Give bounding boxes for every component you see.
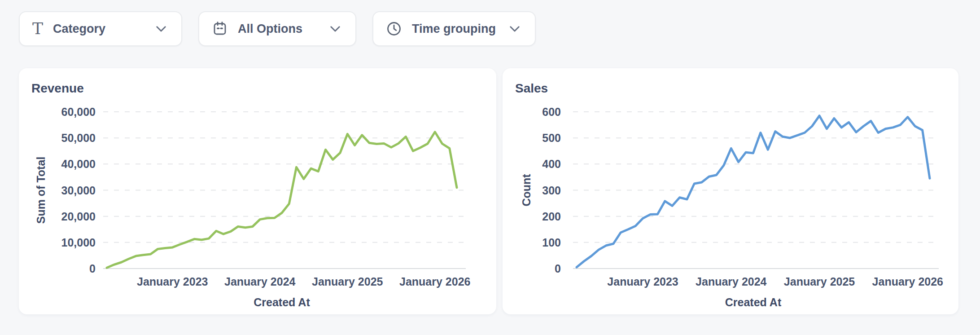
chevron-down-icon xyxy=(153,21,169,36)
svg-text:100: 100 xyxy=(542,236,561,248)
svg-text:Created At: Created At xyxy=(725,296,782,306)
svg-text:20,000: 20,000 xyxy=(61,210,96,222)
svg-text:January 2026: January 2026 xyxy=(872,275,943,288)
svg-text:January 2026: January 2026 xyxy=(399,275,470,288)
svg-text:Sum of Total: Sum of Total xyxy=(35,156,47,224)
svg-text:January 2025: January 2025 xyxy=(312,275,383,288)
time-grouping-filter-label: Time grouping xyxy=(412,22,496,36)
clock-icon xyxy=(386,21,402,37)
revenue-line-chart: 010,00020,00030,00040,00050,00060,000Sum… xyxy=(31,100,484,306)
svg-text:January 2024: January 2024 xyxy=(224,275,296,288)
options-filter-label: All Options xyxy=(238,22,302,36)
svg-text:600: 600 xyxy=(542,106,561,118)
sales-line-chart: 0100200300400500600CountJanuary 2023Janu… xyxy=(515,100,946,306)
svg-text:0: 0 xyxy=(89,262,96,275)
time-grouping-filter-dropdown[interactable]: Time grouping xyxy=(372,11,536,46)
svg-text:30,000: 30,000 xyxy=(61,184,96,196)
svg-text:0: 0 xyxy=(555,262,561,275)
svg-text:50,000: 50,000 xyxy=(61,132,96,144)
svg-text:Created At: Created At xyxy=(254,296,310,306)
category-filter-dropdown[interactable]: T Category xyxy=(19,11,182,46)
svg-text:January 2024: January 2024 xyxy=(696,275,767,288)
svg-text:400: 400 xyxy=(542,158,561,170)
charts-row: Revenue 010,00020,00030,00040,00050,0006… xyxy=(19,68,980,314)
svg-text:300: 300 xyxy=(542,184,561,196)
svg-text:January 2023: January 2023 xyxy=(137,275,208,288)
svg-text:January 2025: January 2025 xyxy=(784,275,855,288)
category-filter-label: Category xyxy=(53,22,105,36)
sales-chart-title: Sales xyxy=(515,81,946,96)
options-filter-dropdown[interactable]: All Options xyxy=(198,11,356,46)
sales-chart-card: Sales 0100200300400500600CountJanuary 20… xyxy=(503,68,958,314)
revenue-chart-title: Revenue xyxy=(31,81,484,96)
svg-text:January 2023: January 2023 xyxy=(607,275,678,288)
chevron-down-icon xyxy=(507,21,522,36)
svg-text:Count: Count xyxy=(520,173,533,206)
calendar-icon xyxy=(212,21,228,37)
revenue-chart-card: Revenue 010,00020,00030,00040,00050,0006… xyxy=(19,68,496,314)
svg-text:500: 500 xyxy=(542,132,561,144)
filter-bar: T Category All Options Time grouping xyxy=(19,11,980,46)
text-type-icon: T xyxy=(32,21,43,37)
svg-text:200: 200 xyxy=(542,210,561,222)
svg-text:10,000: 10,000 xyxy=(61,236,96,248)
chevron-down-icon xyxy=(328,21,343,36)
svg-text:60,000: 60,000 xyxy=(61,106,96,118)
svg-text:40,000: 40,000 xyxy=(61,158,96,170)
dashboard-page: T Category All Options Time grouping xyxy=(0,0,980,314)
